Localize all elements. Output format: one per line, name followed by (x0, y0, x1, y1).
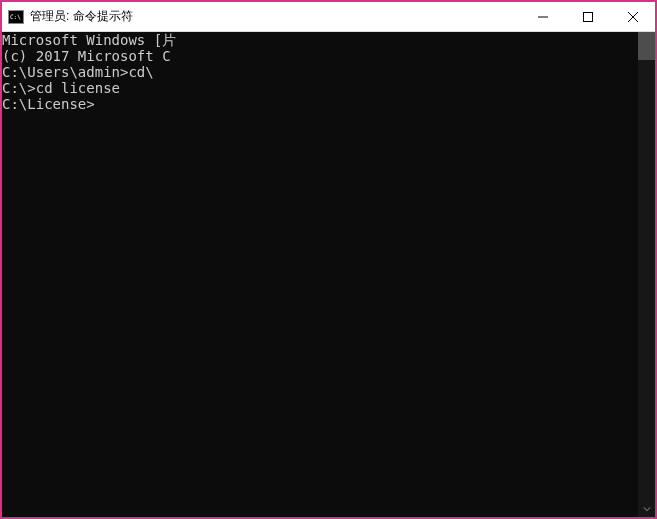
scrollbar-track[interactable] (638, 32, 655, 500)
scrollbar-down-button[interactable] (638, 500, 655, 517)
titlebar[interactable]: 管理员: 命令提示符 (2, 2, 655, 32)
cmd-window: 管理员: 命令提示符 Microsoft Windows [片(c) 2017 … (2, 2, 655, 517)
svg-rect-1 (583, 12, 592, 21)
terminal-line: Microsoft Windows [片 (2, 32, 638, 48)
window-controls (520, 2, 655, 31)
terminal-line: C:\Users\admin>cd\ (2, 64, 638, 80)
terminal-prompt: C:\License> (2, 96, 95, 112)
titlebar-title: 管理员: 命令提示符 (30, 8, 520, 25)
cmd-icon (8, 10, 24, 24)
terminal-line: C:\>cd license (2, 80, 638, 96)
terminal-line: (c) 2017 Microsoft C (2, 48, 638, 64)
vertical-scrollbar[interactable] (638, 32, 655, 517)
scrollbar-thumb[interactable] (638, 32, 655, 60)
minimize-button[interactable] (520, 2, 565, 31)
maximize-button[interactable] (565, 2, 610, 31)
terminal-content[interactable]: Microsoft Windows [片(c) 2017 Microsoft C… (2, 32, 638, 517)
close-button[interactable] (610, 2, 655, 31)
terminal-area: Microsoft Windows [片(c) 2017 Microsoft C… (2, 32, 655, 517)
terminal-prompt-line: C:\License> (2, 96, 638, 112)
